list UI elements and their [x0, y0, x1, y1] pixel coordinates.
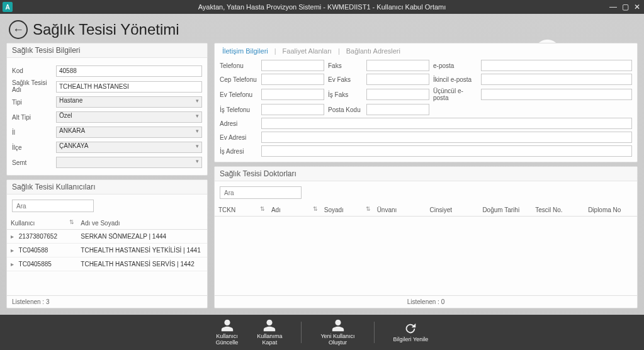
doctors-col-dogum[interactable]: Doğum Tarihi [478, 204, 531, 217]
select-ilce[interactable]: ÇANKAYA [56, 142, 202, 153]
label-faks: Faks [328, 62, 363, 69]
window-titlebar: A Ayaktan, Yatan Hasta Provizyon Sistemi… [0, 0, 644, 14]
table-row[interactable]: ▸ TC0405885TCHEALTH HASTANESİ SERVİS | 1… [7, 257, 207, 271]
label-tipi: Tipi [12, 99, 56, 106]
sort-icon: ⇅ [313, 206, 318, 212]
doctors-col-cinsiyet[interactable]: Cinsiyet [426, 204, 479, 217]
doctors-col-diploma[interactable]: Diploma No [584, 204, 637, 217]
users-footer-label: Listelenen : [12, 298, 44, 305]
input-ikinci-eposta[interactable] [481, 74, 632, 85]
label-ev-adresi: Ev Adresi [220, 134, 257, 141]
input-eposta[interactable] [481, 60, 632, 71]
table-row[interactable]: ▸ TC040588TCHEALTH HASTANESİ YETKİLİSİ |… [7, 244, 207, 257]
facility-users-panel: Sağlık Tesisi Kullanıcıları Kullanıcı⇅ A… [6, 179, 208, 308]
back-button[interactable]: ← [9, 20, 28, 39]
users-footer: Listelenen : 3 [7, 295, 207, 308]
facility-doctors-title: Sağlık Tesisi Doktorları [215, 167, 637, 181]
expand-icon[interactable]: ▸ [11, 261, 17, 268]
input-is-faks[interactable] [366, 89, 429, 100]
facility-info-title: Sağlık Tesisi Bilgileri [7, 43, 207, 58]
label-kod: Kod [12, 67, 56, 74]
doctors-footer-label: Listelenen : [407, 298, 439, 305]
select-alt-tipi[interactable]: Özel [56, 111, 202, 123]
label-is-telefonu: İş Telefonu [220, 106, 257, 113]
window-minimize-icon[interactable]: — [609, 3, 617, 11]
doctors-col-adi[interactable]: Adı⇅ [268, 204, 320, 217]
table-row[interactable]: ▸ 21373807652SERKAN SÖNMEZALP | 1444 [7, 230, 207, 244]
facility-doctors-panel: Sağlık Tesisi Doktorları TCKN⇅ Adı⇅ Soya… [214, 166, 638, 308]
action-label: Kullanıma Kapat [257, 334, 282, 346]
user-icon [220, 319, 234, 332]
input-is-telefonu[interactable] [261, 104, 324, 115]
label-eposta: e-posta [433, 62, 477, 69]
contact-panel: İletişim Bilgileri | Faaliyet Alanları |… [214, 43, 638, 162]
label-semt: Semt [12, 159, 56, 166]
sort-icon: ⇅ [366, 206, 371, 212]
input-ev-telefonu[interactable] [261, 89, 324, 100]
content-area: Sağlık Tesisi Bilgileri Kod Sağlık Tesis… [0, 43, 644, 315]
action-label: Yeni Kullanıcı Oluştur [320, 334, 354, 346]
expand-icon[interactable]: ▸ [11, 247, 17, 254]
tab-faaliyet[interactable]: Faaliyet Alanları [280, 46, 334, 56]
action-yeni-kullanici[interactable]: Yeni Kullanıcı Oluştur [320, 319, 354, 346]
doctors-footer-count: 0 [441, 298, 445, 305]
tab-baglanti[interactable]: Bağlantı Adresleri [344, 46, 403, 56]
users-search-input[interactable] [12, 200, 94, 212]
action-bilgileri-yenile[interactable]: Bilgileri Yenile [393, 322, 429, 343]
input-adi[interactable] [56, 81, 202, 93]
users-col-adi-soyadi[interactable]: Adı ve Soyadı [77, 217, 207, 230]
input-posta-kodu[interactable] [366, 104, 429, 115]
window-close-icon[interactable]: ✕ [634, 3, 640, 11]
contact-tabs: İletişim Bilgileri | Faaliyet Alanları |… [215, 43, 637, 56]
action-label: Kullanıcı Güncelle [216, 334, 239, 346]
doctors-search-input[interactable] [220, 186, 302, 199]
doctors-footer: Listelenen : 0 [215, 295, 637, 308]
doctors-table: TCKN⇅ Adı⇅ Soyadı⇅ Ünvanı Cinsiyet Doğum… [215, 204, 637, 217]
input-ev-faks[interactable] [366, 74, 429, 85]
input-ev-adresi[interactable] [261, 132, 632, 143]
select-semt[interactable] [56, 157, 202, 168]
doctors-col-soyadi[interactable]: Soyadı⇅ [320, 204, 373, 217]
input-adresi[interactable] [261, 118, 632, 129]
input-is-adresi[interactable] [261, 145, 632, 157]
select-il[interactable]: ANKARA [56, 127, 202, 138]
tab-iletisim[interactable]: İletişim Bilgileri [220, 46, 271, 56]
action-kullanima-kapat[interactable]: Kullanıma Kapat [257, 319, 282, 346]
user-icon [263, 319, 276, 332]
users-footer-count: 3 [46, 298, 50, 305]
refresh-icon [404, 322, 417, 336]
doctors-col-tckn[interactable]: TCKN⇅ [215, 204, 268, 217]
user-icon [331, 319, 345, 332]
sort-icon: ⇅ [69, 219, 74, 225]
window-title: Ayaktan, Yatan Hasta Provizyon Sistemi -… [0, 3, 644, 11]
label-alt-tipi: Alt Tipi [12, 114, 56, 121]
select-tipi[interactable]: Hastane [56, 96, 202, 108]
input-telefonu[interactable] [261, 60, 324, 71]
label-posta-kodu: Posta Kodu [328, 106, 363, 113]
input-cep-telefonu[interactable] [261, 74, 324, 85]
doctors-col-unvani[interactable]: Ünvanı [373, 204, 426, 217]
label-is-faks: İş Faks [328, 91, 363, 98]
action-bar: Kullanıcı Güncelle Kullanıma Kapat Yeni … [0, 315, 644, 350]
window-restore-icon[interactable]: ▢ [622, 3, 629, 11]
expand-icon[interactable]: ▸ [11, 233, 17, 240]
label-ikinci-eposta: İkincil e-posta [433, 76, 477, 83]
label-ucuncu-eposta: Üçüncül e-posta [433, 88, 477, 101]
page-header: ← Sağlık Tesisi Yönetimi [0, 14, 644, 43]
action-separator [301, 322, 302, 343]
arrow-left-icon: ← [13, 23, 24, 37]
input-faks[interactable] [366, 60, 429, 71]
action-kullanici-guncelle[interactable]: Kullanıcı Güncelle [216, 319, 239, 346]
input-kod[interactable] [56, 65, 202, 77]
label-cep-telefonu: Cep Telefonu [220, 76, 257, 83]
users-table: Kullanıcı⇅ Adı ve Soyadı ▸ 21373807652SE… [7, 217, 207, 271]
page-title: Sağlık Tesisi Yönetimi [33, 21, 179, 38]
app-logo: A [3, 2, 13, 12]
label-ilce: İlçe [12, 144, 56, 151]
doctors-col-tescil[interactable]: Tescil No. [531, 204, 584, 217]
users-col-kullanici[interactable]: Kullanıcı⇅ [7, 217, 77, 230]
action-label: Bilgileri Yenile [393, 337, 429, 343]
label-is-adresi: İş Adresi [220, 148, 257, 155]
label-adresi: Adresi [220, 120, 257, 127]
input-ucuncu-eposta[interactable] [481, 89, 632, 100]
